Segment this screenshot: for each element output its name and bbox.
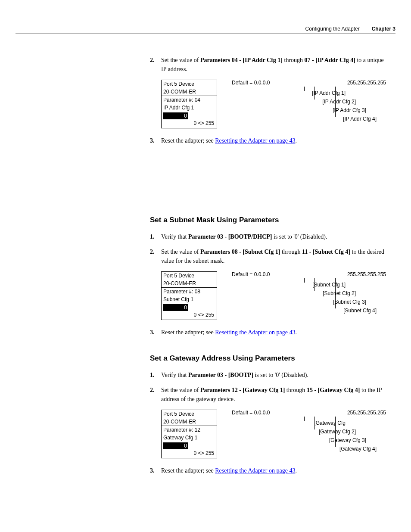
gateway-figure: Port 5 Device 20-COMM-ER Parameter #: 12… [161,410,386,458]
panel-line: Subnet Cfg 1 [162,296,217,303]
diagram-default: Default = 0.0.0.0 [232,271,270,277]
step-number: 2. [150,247,161,265]
panel-line: Parameter #: 12 [162,426,217,434]
diagram-default: Default = 0.0.0.0 [232,80,270,86]
panel-range: 0 <> 255 [162,119,217,128]
step-text: Reset the adapter; see Resetting the Ada… [161,328,386,337]
list-item: 3. Reset the adapter; see Resetting the … [150,466,386,475]
panel-line: 20-COMM-ER [162,88,217,96]
subnet-section: Set a Subnet Mask Using Parameters 1. Ve… [150,216,386,337]
diagram-label: [IP Addr Cfg 2] [322,99,356,105]
step-text: Set the value of Parameters 04 - [IP Add… [161,56,386,74]
panel-line: Parameter #: 08 [162,288,217,296]
diagram-label: [Gateway Cfg 2] [319,429,356,435]
diagram-label: [Subnet Cfg 3] [333,299,366,305]
panel-value-row: 0 [162,303,217,311]
ip-figure: Port 5 Device 20-COMM-ER Parameter #: 04… [161,80,386,128]
list-item: 2. Set the value of Parameters 08 - [Sub… [150,247,386,265]
header-chapter: Chapter 3 [372,26,395,32]
step-text: Verify that Parameter 03 - [BOOTP] is se… [161,370,386,380]
panel-value: 0 [163,112,188,119]
diagram-label: [Subnet Cfg 2] [323,290,356,296]
reset-adapter-link[interactable]: Resetting the Adapter on page 43 [215,137,295,144]
diagram-label: [Gateway Cfg 3] [329,437,366,443]
diagram-max: 255.255.255.255 [347,80,386,86]
panel-value: 0 [163,304,188,311]
panel-line: 20-COMM-ER [162,418,217,426]
list-item: 2. Set the value of Parameters 12 - [Gat… [150,386,386,404]
step-number: 2. [150,386,161,404]
panel-range: 0 <> 255 [162,449,217,458]
diagram-max: 255.255.255.255 [347,271,386,277]
step-text: Reset the adapter; see Resetting the Ada… [161,466,386,475]
device-panel: Port 5 Device 20-COMM-ER Parameter #: 04… [161,80,217,128]
step-text: Set the value of Parameters 08 - [Subnet… [161,247,386,265]
panel-value-row: 0 [162,112,217,119]
step-number: 1. [150,232,161,241]
device-panel: Port 5 Device 20-COMM-ER Parameter #: 12… [161,410,217,458]
step-text: Verify that Parameter 03 - [BOOTP/DHCP] … [161,232,386,241]
step-number: 1. [150,370,161,380]
diagram-max: 255.255.255.255 [347,410,386,416]
list-item: 3. Reset the adapter; see Resetting the … [150,136,386,145]
panel-line: Gateway Cfg 1 [162,434,217,442]
panel-line: 20-COMM-ER [162,280,217,287]
reset-adapter-link[interactable]: Resetting the Adapter on page 43 [215,329,295,336]
panel-line: IP Addr Cfg 1 [162,104,217,112]
diagram-label: [Gateway Cfg 4] [339,446,377,452]
list-item: 1. Verify that Parameter 03 - [BOOTP] is… [150,370,386,380]
gateway-diagram: Default = 0.0.0.0 255.255.255.255 [Gatew… [232,410,386,458]
step-text: Set the value of Parameters 12 - [Gatewa… [161,386,386,404]
diagram-default: Default = 0.0.0.0 [232,410,270,416]
list-item: 2. Set the value of Parameters 04 - [IP … [150,56,386,74]
reset-adapter-link[interactable]: Resetting the Adapter on page 43 [215,467,295,474]
ip-address-section: 2. Set the value of Parameters 04 - [IP … [150,56,386,145]
gateway-heading: Set a Gateway Address Using Parameters [150,354,386,363]
diagram-label: [IP Addr Cfg 1] [312,90,346,96]
step-number: 3. [150,136,161,145]
step-number: 3. [150,328,161,337]
ip-diagram: Default = 0.0.0.0 255.255.255.255 [IP Ad… [232,80,386,128]
diagram-label: [Subnet Cfg 1] [312,282,346,288]
diagram-label: [Gateway Cfg [314,420,346,426]
panel-line: Port 5 Device [162,80,217,88]
step-text: Reset the adapter; see Resetting the Ada… [161,136,386,145]
gateway-section: Set a Gateway Address Using Parameters 1… [150,354,386,475]
page-header: Configuring the Adapter Chapter 3 [16,26,395,34]
diagram-label: [Subnet Cfg 4] [343,308,377,314]
step-number: 2. [150,56,161,74]
diagram-label: [IP Addr Cfg 4] [343,116,377,122]
panel-value-row: 0 [162,442,217,449]
device-panel: Port 5 Device 20-COMM-ER Parameter #: 08… [161,271,217,320]
panel-line: Parameter #: 04 [162,96,217,104]
subnet-figure: Port 5 Device 20-COMM-ER Parameter #: 08… [161,271,386,320]
subnet-heading: Set a Subnet Mask Using Parameters [150,216,386,224]
panel-value: 0 [163,442,188,449]
list-item: 3. Reset the adapter; see Resetting the … [150,328,386,337]
list-item: 1. Verify that Parameter 03 - [BOOTP/DHC… [150,232,386,241]
panel-line: Port 5 Device [162,410,217,418]
panel-range: 0 <> 255 [162,311,217,320]
subnet-diagram: Default = 0.0.0.0 255.255.255.255 [Subne… [232,271,386,320]
step-number: 3. [150,466,161,475]
diagram-label: [IP Addr Cfg 3] [333,107,366,113]
panel-line: Port 5 Device [162,272,217,280]
header-section: Configuring the Adapter [305,26,360,32]
